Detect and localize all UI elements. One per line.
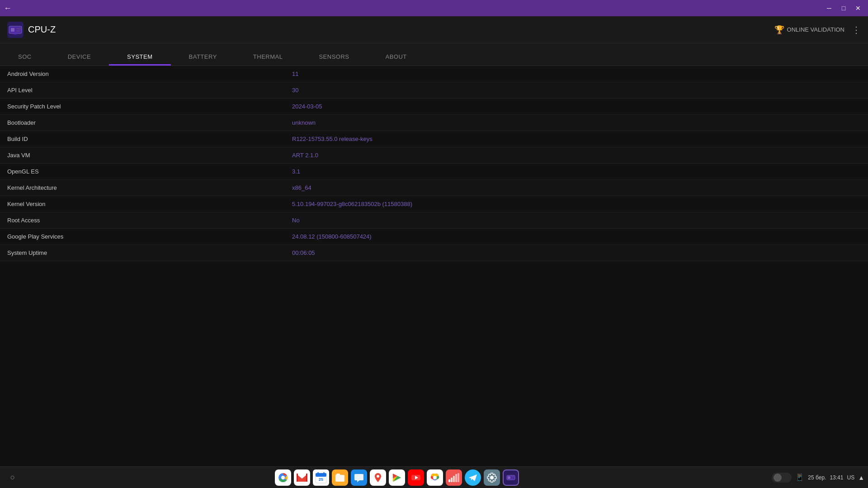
title-bar-controls: ─ □ ✕ (823, 2, 864, 14)
svg-point-8 (281, 476, 285, 479)
info-value: x86_64 (285, 180, 868, 196)
svg-rect-9 (297, 474, 298, 482)
info-value: unknown (285, 115, 868, 131)
svg-point-19 (433, 476, 437, 479)
taskbar-icon-settings[interactable] (484, 469, 500, 486)
info-label: Kernel Architecture (0, 180, 285, 196)
taskbar-icon-calendar[interactable]: 25 (313, 469, 329, 486)
svg-rect-2 (11, 28, 14, 32)
taskbar-icon-files[interactable] (332, 469, 348, 486)
tab-sensors[interactable]: SENSORS (301, 48, 367, 66)
online-validation-label: ONLINE VALIDATION (787, 26, 844, 33)
taskbar-search[interactable]: ○ (4, 469, 22, 486)
svg-rect-12 (316, 473, 326, 477)
taskbar-icon-photos[interactable] (427, 469, 443, 486)
info-value: 30 (285, 82, 868, 98)
keyboard-pill[interactable] (772, 473, 792, 483)
content-area: Android Version 11 API Level 30 Security… (0, 66, 868, 466)
table-row: Kernel Architecture x86_64 (0, 180, 868, 196)
taskbar: ○ 25 (0, 466, 868, 488)
table-row: Android Version 11 (0, 66, 868, 82)
svg-rect-21 (451, 478, 453, 482)
svg-rect-28 (511, 478, 513, 479)
table-row: Java VM ART 2.1.0 (0, 147, 868, 164)
taskbar-icon-play[interactable] (389, 469, 405, 486)
table-row: Kernel Version 5.10.194-997023-g8c062183… (0, 196, 868, 212)
tab-device[interactable]: DEVICE (50, 48, 109, 66)
tab-soc[interactable]: SOC (0, 48, 50, 66)
app-title: CPU-Z (7, 22, 56, 38)
info-value: R122-15753.55.0 release-keys (285, 131, 868, 147)
info-value: 2024-03-05 (285, 99, 868, 114)
tab-bar: SOC DEVICE SYSTEM BATTERY THERMAL SENSOR… (0, 43, 868, 66)
svg-rect-10 (306, 474, 307, 482)
info-label: API Level (0, 82, 285, 98)
table-row: System Uptime 00:06:05 (0, 245, 868, 261)
svg-rect-26 (508, 476, 510, 479)
taskbar-phone-icon: 📱 (795, 473, 804, 482)
title-bar-left: ← (4, 4, 12, 12)
svg-rect-20 (448, 479, 450, 482)
taskbar-icon-telegram[interactable] (465, 469, 481, 486)
taskbar-app-icons: 25 (24, 469, 770, 486)
info-label: Security Patch Level (0, 99, 285, 114)
info-value: 00:06:05 (285, 245, 868, 261)
tab-thermal[interactable]: THERMAL (235, 48, 301, 66)
taskbar-icon-gmail[interactable] (294, 469, 310, 486)
info-value: ART 2.1.0 (285, 147, 868, 163)
trophy-icon: 🏆 (774, 25, 784, 35)
svg-rect-22 (453, 476, 455, 482)
info-value: 3.1 (285, 164, 868, 179)
restore-button[interactable]: □ (837, 2, 850, 14)
taskbar-date: 25 бер. (808, 474, 826, 481)
taskbar-right: 📱 25 бер. 13:41 US ▲ (772, 473, 864, 483)
app-name-label: CPU-Z (28, 24, 56, 35)
app-icon (7, 22, 24, 38)
info-value: 24.08.12 (150800-608507424) (285, 229, 868, 244)
taskbar-time: 13:41 (830, 474, 843, 481)
tab-system[interactable]: SYSTEM (109, 48, 170, 66)
svg-rect-6 (12, 34, 19, 35)
info-label: Kernel Version (0, 196, 285, 212)
tab-battery[interactable]: BATTERY (171, 48, 235, 66)
info-label: Google Play Services (0, 229, 285, 244)
online-validation-button[interactable]: 🏆 ONLINE VALIDATION (774, 25, 844, 35)
taskbar-icon-maps[interactable] (370, 469, 386, 486)
menu-button[interactable]: ⋮ (852, 24, 861, 35)
table-row: Security Patch Level 2024-03-05 (0, 99, 868, 115)
table-row: API Level 30 (0, 82, 868, 99)
table-row: Root Access No (0, 212, 868, 229)
svg-rect-13 (317, 472, 319, 475)
svg-rect-4 (16, 30, 20, 32)
close-button[interactable]: ✕ (852, 2, 864, 14)
minimize-button[interactable]: ─ (823, 2, 835, 14)
info-label: Bootloader (0, 115, 285, 131)
taskbar-wifi-icon: ▲ (858, 474, 864, 481)
svg-rect-14 (323, 472, 325, 475)
svg-text:25: 25 (319, 477, 323, 482)
table-row: Bootloader unknown (0, 115, 868, 131)
taskbar-icon-chat[interactable] (351, 469, 367, 486)
svg-rect-24 (458, 473, 459, 482)
back-button[interactable]: ← (4, 4, 12, 12)
info-value: 11 (285, 66, 868, 82)
info-value: 5.10.194-997023-g8c062183502b (11580388) (285, 196, 868, 212)
info-label: OpenGL ES (0, 164, 285, 179)
table-row: Build ID R122-15753.55.0 release-keys (0, 131, 868, 147)
app-header: CPU-Z 🏆 ONLINE VALIDATION ⋮ (0, 16, 868, 43)
info-label: Java VM (0, 147, 285, 163)
taskbar-icon-deezer[interactable] (446, 469, 462, 486)
svg-point-16 (377, 475, 379, 478)
svg-rect-27 (511, 476, 514, 477)
info-value: No (285, 212, 868, 228)
tab-about[interactable]: ABOUT (368, 48, 425, 66)
info-label: Android Version (0, 66, 285, 82)
title-bar: ← ─ □ ✕ (0, 0, 868, 16)
info-label: Root Access (0, 212, 285, 228)
taskbar-icon-youtube[interactable] (408, 469, 424, 486)
svg-rect-3 (16, 28, 22, 29)
info-label: System Uptime (0, 245, 285, 261)
taskbar-icon-chrome[interactable] (275, 469, 291, 486)
taskbar-icon-cpuz[interactable] (503, 469, 519, 486)
table-row: Google Play Services 24.08.12 (150800-60… (0, 229, 868, 245)
